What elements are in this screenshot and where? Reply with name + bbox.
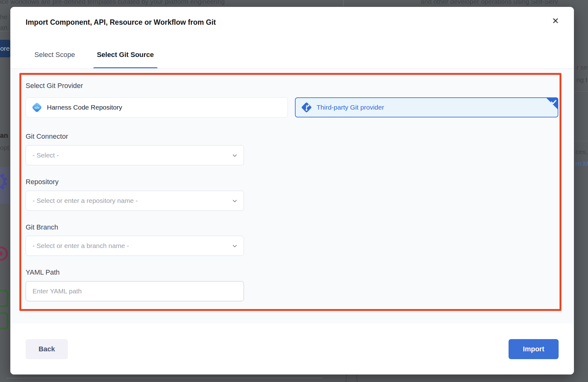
provider-card-third-party-git[interactable]: Third-party Git provider	[295, 97, 558, 117]
close-icon[interactable]: ✕	[550, 16, 561, 26]
stack-icon	[0, 289, 9, 333]
backdrop-line	[574, 141, 588, 141]
backdrop-fragment: ces,	[575, 148, 588, 156]
harness-code-icon: </>	[31, 101, 43, 113]
backdrop-line	[6, 378, 323, 379]
git-connector-select[interactable]	[26, 145, 244, 165]
backdrop-fragment: r sel	[576, 64, 588, 71]
gear-icon: ⚙	[0, 167, 11, 204]
tab-select-git-source[interactable]: Select Git Source	[93, 51, 158, 69]
git-icon	[301, 101, 312, 113]
chevron-down-icon	[232, 153, 237, 159]
git-branch-label: Git Branch	[26, 223, 58, 231]
chevron-down-icon	[232, 243, 237, 250]
backdrop-fragment: ng t	[576, 76, 587, 84]
modal-tabs: Select Scope Select Git Source	[31, 51, 158, 69]
import-button[interactable]: Import	[509, 339, 559, 359]
backdrop-fragment: he	[0, 13, 7, 21]
backdrop-text-top-left: vice workflows are pre-defined templates…	[0, 0, 225, 5]
check-icon	[543, 97, 558, 114]
repository-input[interactable]	[26, 191, 244, 210]
backdrop-divider	[343, 0, 344, 6]
git-branch-input[interactable]	[26, 236, 244, 256]
backdrop-fragment: an	[0, 132, 8, 140]
git-connector-label: Git Connector	[26, 132, 68, 141]
import-from-git-modal: Import Component, API, Resource or Workf…	[10, 7, 574, 374]
repository-select[interactable]	[26, 191, 244, 211]
tab-select-scope[interactable]: Select Scope	[31, 51, 79, 69]
backdrop-line	[574, 91, 588, 92]
back-button[interactable]: Back	[26, 339, 68, 359]
yaml-path-field[interactable]	[26, 281, 244, 301]
svg-text:</>: </>	[34, 106, 39, 110]
backdrop-fragment: an	[0, 24, 7, 31]
yaml-path-label: YAML Path	[26, 268, 60, 276]
backdrop-link-fragment: rn M	[575, 160, 588, 168]
target-icon	[0, 244, 10, 266]
provider-card-label: Harness Code Repository	[47, 104, 122, 111]
git-provider-label: Select Git Provider	[26, 82, 83, 90]
modal-title: Import Component, API, Resource or Workf…	[26, 18, 216, 27]
chevron-down-icon	[232, 198, 237, 205]
repository-label: Repository	[26, 178, 58, 186]
backdrop-text-top-right: and other developer operations using Sel…	[421, 0, 558, 5]
highlight-rectangle: Select Git Provider </> Harness Code Re	[19, 73, 561, 311]
git-branch-select[interactable]	[26, 236, 244, 256]
modal-footer: Back Import	[10, 323, 574, 374]
provider-card-harness-code[interactable]: </> Harness Code Repository	[26, 97, 288, 117]
provider-card-label: Third-party Git provider	[317, 104, 384, 111]
yaml-path-input[interactable]	[26, 281, 244, 301]
backdrop-button-fragment: ore	[0, 40, 11, 57]
backdrop-line	[356, 374, 358, 382]
modal-content: Select Git Provider </> Harness Code Re	[10, 68, 574, 323]
backdrop-fragment: opt	[0, 144, 9, 152]
git-connector-input[interactable]	[26, 146, 244, 165]
backdrop-line	[346, 374, 347, 382]
backdrop-line	[0, 31, 10, 32]
